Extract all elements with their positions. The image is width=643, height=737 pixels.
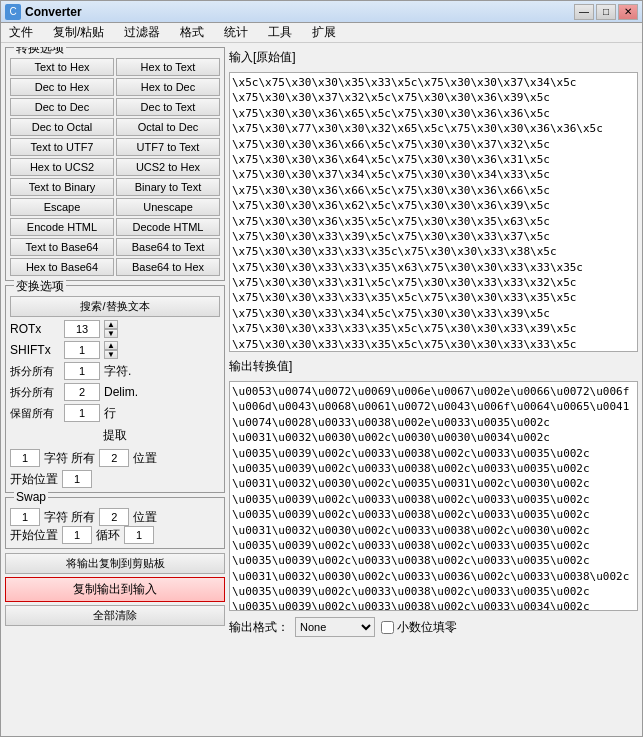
keep-row: 保留所有 行 bbox=[10, 404, 220, 422]
swap-title: Swap bbox=[14, 490, 48, 504]
text-to-binary-btn[interactable]: Text to Binary bbox=[10, 178, 114, 196]
input-textarea[interactable]: \x5c\x75\x30\x30\x35\x33\x5c\x75\x30\x30… bbox=[229, 72, 638, 352]
shift-input[interactable] bbox=[64, 341, 100, 359]
ucs2-to-hex-btn[interactable]: UCS2 to Hex bbox=[116, 158, 220, 176]
output-format-bar: 输出格式： None Hex Decimal Binary 小数位填零 bbox=[229, 615, 638, 639]
hex-to-text-btn[interactable]: Hex to Text bbox=[116, 58, 220, 76]
extract-label3: 位置 bbox=[133, 450, 157, 467]
output-textarea[interactable]: \u0053\u0074\u0072\u0069\u006e\u0067\u00… bbox=[229, 381, 638, 611]
binary-to-text-btn[interactable]: Binary to Text bbox=[116, 178, 220, 196]
maximize-button[interactable]: □ bbox=[596, 4, 616, 20]
rot-up-btn[interactable]: ▲ bbox=[104, 320, 118, 329]
keep-label: 保留所有 bbox=[10, 406, 60, 421]
hex-to-ucs2-btn[interactable]: Hex to UCS2 bbox=[10, 158, 114, 176]
rot-down-btn[interactable]: ▼ bbox=[104, 329, 118, 338]
left-panel: 转换选项 Text to Hex Hex to Text Dec to Hex … bbox=[5, 47, 225, 732]
swap-content: 字符 所有 位置 开始位置 循环 bbox=[10, 508, 220, 544]
utf7-to-text-btn[interactable]: UTF7 to Text bbox=[116, 138, 220, 156]
text-to-utf7-btn[interactable]: Text to UTF7 bbox=[10, 138, 114, 156]
conv-buttons-grid: Text to Hex Hex to Text Dec to Hex Hex t… bbox=[10, 58, 220, 276]
shift-spin: ▲ ▼ bbox=[104, 341, 118, 359]
base64-to-hex-btn[interactable]: Base64 to Hex bbox=[116, 258, 220, 276]
clear-all-btn[interactable]: 全部清除 bbox=[5, 605, 225, 626]
small-fill-checkbox[interactable] bbox=[381, 621, 394, 634]
split1-input[interactable] bbox=[64, 362, 100, 380]
escape-btn[interactable]: Escape bbox=[10, 198, 114, 216]
menu-stats[interactable]: 统计 bbox=[218, 22, 254, 43]
shift-down-btn[interactable]: ▼ bbox=[104, 350, 118, 359]
output-format-select[interactable]: None Hex Decimal Binary bbox=[295, 617, 375, 637]
search-replace-btn[interactable]: 搜索/替换文本 bbox=[10, 296, 220, 317]
encode-html-btn[interactable]: Encode HTML bbox=[10, 218, 114, 236]
split2-suffix: Delim. bbox=[104, 385, 138, 399]
split2-input[interactable] bbox=[64, 383, 100, 401]
title-bar-buttons: — □ ✕ bbox=[574, 4, 638, 20]
decode-html-btn[interactable]: Decode HTML bbox=[116, 218, 220, 236]
rot-spin: ▲ ▼ bbox=[104, 320, 118, 338]
window-title: Converter bbox=[25, 5, 574, 19]
text-to-hex-btn[interactable]: Text to Hex bbox=[10, 58, 114, 76]
extract-label: 提取 bbox=[10, 425, 220, 446]
shift-row: SHIFTx ▲ ▼ bbox=[10, 341, 220, 359]
extract-field1[interactable] bbox=[10, 449, 40, 467]
rot-row: ROTx ▲ ▼ bbox=[10, 320, 220, 338]
hex-to-dec-btn[interactable]: Hex to Dec bbox=[116, 78, 220, 96]
text-to-base64-btn[interactable]: Text to Base64 bbox=[10, 238, 114, 256]
dec-to-hex-btn[interactable]: Dec to Hex bbox=[10, 78, 114, 96]
conv-options-title: 转换选项 bbox=[14, 47, 66, 57]
menu-filter[interactable]: 过滤器 bbox=[118, 22, 166, 43]
app-icon: C bbox=[5, 4, 21, 20]
menu-file[interactable]: 文件 bbox=[3, 22, 39, 43]
right-panel: 输入[原始值] \x5c\x75\x30\x30\x35\x33\x5c\x75… bbox=[229, 47, 638, 732]
small-fill-row: 小数位填零 bbox=[381, 619, 457, 636]
conv-options-group: 转换选项 Text to Hex Hex to Text Dec to Hex … bbox=[5, 47, 225, 281]
swap-field2[interactable] bbox=[99, 508, 129, 526]
base64-to-text-btn[interactable]: Base64 to Text bbox=[116, 238, 220, 256]
startpos-label: 开始位置 bbox=[10, 471, 58, 488]
rot-input[interactable] bbox=[64, 320, 100, 338]
swap-label2: 位置 bbox=[133, 509, 157, 526]
swap-group: Swap 字符 所有 位置 开始位置 循环 bbox=[5, 497, 225, 549]
octal-to-dec-btn[interactable]: Octal to Dec bbox=[116, 118, 220, 136]
swap-field1[interactable] bbox=[10, 508, 40, 526]
copy-to-input-btn[interactable]: 复制输出到输入 bbox=[5, 577, 225, 602]
split2-label: 拆分所有 bbox=[10, 385, 60, 400]
extract-field2[interactable] bbox=[99, 449, 129, 467]
startpos-row: 开始位置 bbox=[10, 470, 220, 488]
swap-row1: 字符 所有 位置 bbox=[10, 508, 220, 526]
minimize-button[interactable]: — bbox=[574, 4, 594, 20]
extract-label2: 字符 所有 bbox=[44, 450, 95, 467]
hex-to-base64-btn[interactable]: Hex to Base64 bbox=[10, 258, 114, 276]
menu-bar: 文件 复制/粘贴 过滤器 格式 统计 工具 扩展 bbox=[1, 23, 642, 43]
swap-start-row: 开始位置 循环 bbox=[10, 526, 220, 544]
close-button[interactable]: ✕ bbox=[618, 4, 638, 20]
var-options-title: 变换选项 bbox=[14, 278, 66, 295]
rot-label: ROTx bbox=[10, 322, 60, 336]
shift-up-btn[interactable]: ▲ bbox=[104, 341, 118, 350]
menu-extend[interactable]: 扩展 bbox=[306, 22, 342, 43]
menu-copy-paste[interactable]: 复制/粘贴 bbox=[47, 22, 110, 43]
small-fill-label: 小数位填零 bbox=[397, 619, 457, 636]
keep-suffix: 行 bbox=[104, 405, 116, 422]
main-window: C Converter — □ ✕ 文件 复制/粘贴 过滤器 格式 统计 工具 … bbox=[0, 0, 643, 737]
dec-to-text-btn[interactable]: Dec to Text bbox=[116, 98, 220, 116]
main-content: 转换选项 Text to Hex Hex to Text Dec to Hex … bbox=[1, 43, 642, 736]
swap-loop-label: 循环 bbox=[96, 527, 120, 544]
split1-suffix: 字符. bbox=[104, 363, 131, 380]
swap-start-input[interactable] bbox=[62, 526, 92, 544]
dec-to-dec-btn[interactable]: Dec to Dec bbox=[10, 98, 114, 116]
swap-loop-input[interactable] bbox=[124, 526, 154, 544]
menu-tools[interactable]: 工具 bbox=[262, 22, 298, 43]
unescape-btn[interactable]: Unescape bbox=[116, 198, 220, 216]
menu-format[interactable]: 格式 bbox=[174, 22, 210, 43]
title-bar: C Converter — □ ✕ bbox=[1, 1, 642, 23]
output-format-label: 输出格式： bbox=[229, 619, 289, 636]
keep-input[interactable] bbox=[64, 404, 100, 422]
copy-to-clipboard-btn[interactable]: 将输出复制到剪贴板 bbox=[5, 553, 225, 574]
split1-label: 拆分所有 bbox=[10, 364, 60, 379]
shift-label: SHIFTx bbox=[10, 343, 60, 357]
dec-to-octal-btn[interactable]: Dec to Octal bbox=[10, 118, 114, 136]
startpos-input[interactable] bbox=[62, 470, 92, 488]
var-options-group: 变换选项 搜索/替换文本 ROTx ▲ ▼ SHIFTx bbox=[5, 285, 225, 493]
var-content: 搜索/替换文本 ROTx ▲ ▼ SHIFTx bbox=[10, 296, 220, 488]
